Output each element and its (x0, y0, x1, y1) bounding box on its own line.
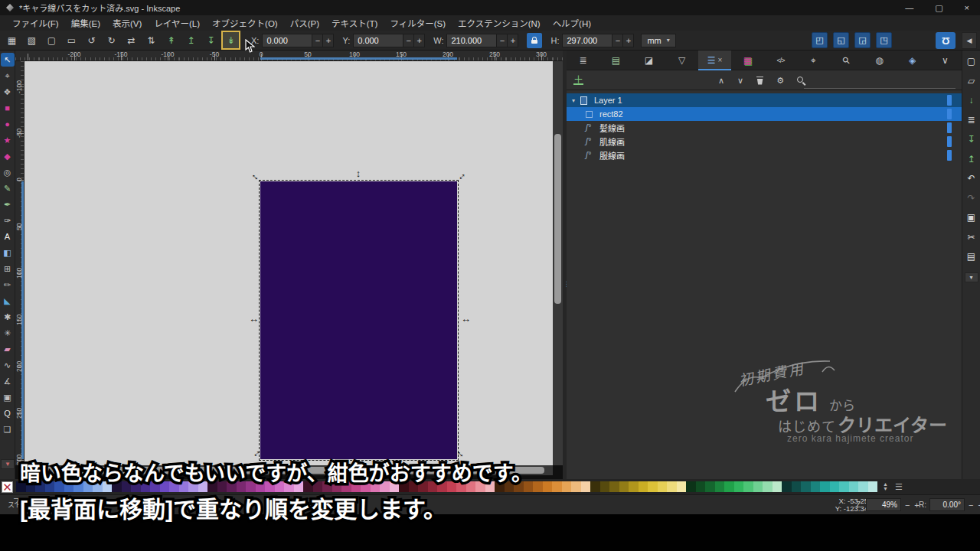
delete-layer-button[interactable] (756, 77, 763, 85)
palette-swatch[interactable] (792, 481, 802, 492)
vertical-ruler[interactable]: -100-50050100150200250300 (15, 61, 24, 465)
calligraphy-tool[interactable]: ✑ (1, 214, 15, 227)
palette-swatch[interactable] (686, 481, 696, 492)
palette-swatch[interactable] (858, 481, 868, 492)
select-all-layers-button[interactable]: ▧ (24, 32, 40, 48)
pages-tool[interactable]: ❏ (1, 422, 15, 436)
palette-swatch[interactable] (715, 481, 725, 492)
node-tool[interactable]: ⌖ (1, 69, 15, 83)
snap-toggle-button[interactable]: Ω (936, 32, 956, 49)
y-field[interactable]: 0.000 (353, 34, 403, 47)
undo-button[interactable]: ↶ (965, 173, 978, 184)
palette-swatch[interactable] (705, 481, 715, 492)
transform-gradient-toggle[interactable]: ◲ (854, 32, 871, 48)
selected-rectangle[interactable] (260, 181, 457, 459)
symbols-tab[interactable]: ◍ (863, 51, 896, 70)
tweak-tool[interactable]: ✱ (1, 310, 15, 324)
page-tool[interactable]: ▣ (1, 390, 15, 404)
save-document-button[interactable]: ↓ (965, 95, 978, 106)
layer-row-layer-1[interactable]: ▾ Layer 1 (567, 93, 962, 107)
palette-swatch[interactable] (696, 481, 706, 492)
unit-dropdown[interactable]: mm ▾ (641, 34, 675, 47)
menu-filters[interactable]: フィルター(S) (384, 15, 452, 31)
palette-swatch[interactable] (562, 481, 572, 492)
object-row-rect82[interactable]: rect82 (567, 107, 962, 121)
transform-pattern-toggle[interactable]: ◳ (876, 32, 892, 48)
document-properties-tab[interactable]: ▤ (599, 51, 632, 70)
palette-swatch[interactable] (801, 481, 811, 492)
spray-tool[interactable]: ✳ (1, 326, 15, 340)
redo-button[interactable]: ↷ (965, 193, 978, 204)
menu-path[interactable]: パス(P) (284, 15, 325, 31)
rectangle-tool[interactable]: ■ (1, 101, 15, 115)
layer-settings-button[interactable]: ⚙ (776, 76, 784, 86)
swatches-tab[interactable]: ▦ (731, 51, 764, 70)
palette-swatch[interactable] (773, 481, 782, 492)
selection-bbox-button[interactable]: ▭ (64, 32, 80, 48)
object-row-clothes-lineart[interactable]: ʃ° 服線画 (567, 148, 962, 162)
find-replace-tab[interactable]: ⚲ (830, 51, 863, 70)
paste-button[interactable]: ▤ (965, 251, 978, 262)
ellipse-tool[interactable]: ● (1, 117, 15, 131)
palette-swatch[interactable] (552, 481, 562, 492)
lower-to-bottom-button[interactable]: ↡ (223, 32, 239, 48)
palette-swatch[interactable] (581, 481, 591, 492)
selectors-css-tab[interactable]: ▽ (665, 51, 698, 70)
open-document-button[interactable]: ▱ (965, 76, 978, 87)
eraser-tool[interactable]: ▰ (1, 342, 15, 356)
zoom-minus-button[interactable]: − (904, 500, 910, 510)
flip-vertical-button[interactable]: ⇅ (143, 32, 159, 48)
object-row-skin-lineart[interactable]: ʃ° 肌線画 (567, 135, 962, 148)
palette-swatch[interactable] (868, 481, 878, 492)
raise-to-top-button[interactable]: ↟ (163, 32, 179, 48)
palette-swatch[interactable] (839, 481, 849, 492)
palette-swatch[interactable] (830, 481, 840, 492)
pen-tool[interactable]: ✒ (1, 197, 15, 211)
palette-swatch[interactable] (571, 481, 581, 492)
copy-button[interactable]: ▣ (965, 212, 978, 223)
rotation-plus-button[interactable]: + (977, 500, 980, 510)
palette-swatch[interactable] (724, 481, 734, 492)
spiral-tool[interactable]: ◎ (1, 165, 15, 179)
palette-swatch[interactable] (600, 481, 610, 492)
zoom-tool[interactable]: Q (1, 406, 15, 420)
minimize-button[interactable]: — (905, 0, 913, 15)
scrollbar-segment[interactable] (947, 150, 952, 161)
scale-handle-top[interactable]: ↕ (354, 169, 363, 178)
measure-tool[interactable]: ∡ (1, 374, 15, 388)
selector-tool[interactable]: ↖ (1, 53, 15, 67)
scale-handle-top-left[interactable]: ↔ (250, 170, 263, 183)
y-plus-button[interactable]: + (414, 34, 425, 47)
maximize-button[interactable]: ▢ (935, 0, 942, 15)
vertical-scrollbar-thumb[interactable] (554, 134, 561, 304)
menu-text[interactable]: テキスト(T) (325, 15, 384, 31)
transform-corners-toggle[interactable]: ◱ (833, 32, 849, 48)
move-layer-down-button[interactable]: ∨ (737, 76, 743, 86)
palette-swatch[interactable] (533, 481, 543, 492)
xml-editor-tab[interactable]: </> (764, 51, 797, 70)
palette-swatch[interactable] (543, 481, 553, 492)
search-objects-button[interactable] (797, 77, 805, 85)
x-field[interactable]: 0.000 (262, 34, 312, 47)
menu-edit[interactable]: 編集(E) (65, 15, 106, 31)
palette-swatch[interactable] (629, 481, 639, 492)
palette-swatch[interactable] (639, 481, 648, 492)
align-distribute-tab[interactable]: ≣ (567, 51, 599, 70)
text-tool[interactable]: A (1, 230, 15, 243)
vertical-scrollbar[interactable] (553, 61, 563, 465)
export-tab[interactable]: ◈ (896, 51, 929, 70)
scrollbar-segment[interactable] (947, 136, 952, 147)
scrollbar-segment[interactable] (947, 122, 952, 133)
scale-handle-top-right[interactable]: ↔ (455, 170, 468, 183)
deselect-button[interactable]: ▢ (44, 32, 60, 48)
close-icon[interactable]: × (717, 56, 722, 64)
objects-tab[interactable]: ◪ (632, 51, 665, 70)
expander-icon[interactable]: ▾ (572, 97, 580, 104)
pencil-tool[interactable]: ✎ (1, 181, 15, 195)
cut-button[interactable]: ✂ (965, 232, 978, 243)
lock-ratio-button[interactable] (527, 33, 542, 48)
menu-file[interactable]: ファイル(F) (6, 15, 65, 31)
zoom-field[interactable]: 49% (866, 498, 901, 511)
lower-button[interactable]: ↧ (203, 32, 219, 48)
mesh-gradient-tool[interactable]: ⊞ (1, 262, 15, 276)
